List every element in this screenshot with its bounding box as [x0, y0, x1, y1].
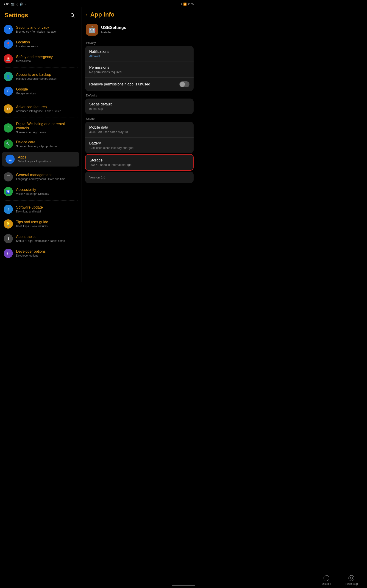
sidebar-item-device-care[interactable]: 🔧 Device care Storage • Memory • App pro… — [0, 137, 81, 151]
settings-item-text-accessibility: Accessibility Vision • Hearing • Dexteri… — [16, 188, 77, 195]
settings-icon-general: ☰ — [4, 172, 13, 182]
settings-item-text-accounts: Accounts and backup Manage accounts • Sm… — [16, 73, 77, 80]
sidebar-item-about[interactable]: ℹ About tablet Status • Legal informatio… — [0, 231, 81, 246]
app-identity-row: 🤖 USBSettings Installed — [85, 22, 194, 39]
sidebar-item-location[interactable]: 📍 Location Location requests — [0, 37, 81, 52]
sidebar-item-accessibility[interactable]: ♿ Accessibility Vision • Hearing • Dexte… — [0, 184, 81, 199]
settings-item-title-accounts: Accounts and backup — [16, 73, 77, 77]
mobile-data-item[interactable]: Mobile data 46.87 MB used since May 10 — [85, 122, 194, 137]
set-as-default-subtitle: In this app — [89, 107, 190, 111]
sidebar-item-developer[interactable]: {} Developer options Developer options — [0, 246, 81, 261]
battery-item[interactable]: Battery 13% used since last fully charge… — [85, 137, 194, 153]
settings-item-title-about: About tablet — [16, 235, 77, 239]
permissions-subtitle: No permissions required — [89, 70, 190, 74]
defaults-card: Set as default In this app — [85, 99, 194, 114]
sidebar-item-safety[interactable]: 🚨 Safety and emergency Medical info — [0, 52, 81, 66]
settings-item-subtitle-device-care: Storage • Memory • App protection — [16, 145, 77, 148]
settings-item-text-wellbeing: Digital Wellbeing and parental controls … — [16, 122, 77, 134]
back-button[interactable]: ‹ — [86, 12, 88, 17]
sidebar-item-general[interactable]: ☰ General management Language and keyboa… — [0, 170, 81, 184]
settings-item-title-wellbeing: Digital Wellbeing and parental controls — [16, 122, 77, 130]
settings-item-title-location: Location — [16, 40, 77, 44]
settings-item-subtitle-tips: Useful tips • New features — [16, 225, 77, 228]
settings-item-title-advanced: Advanced features — [16, 105, 77, 109]
status-bar: 2:03 📷 ◁ 🔊 • / 📶 26% — [0, 0, 197, 7]
sidebar-item-apps[interactable]: ⚏ Apps Default apps • App settings — [2, 152, 79, 166]
settings-item-subtitle-wellbeing: Screen time • App timers — [16, 131, 77, 134]
defaults-section-label: Defaults — [85, 92, 194, 99]
svg-point-0 — [71, 14, 74, 17]
settings-item-text-advanced: Advanced features Advanced intelligence … — [16, 105, 77, 113]
settings-item-subtitle-advanced: Advanced intelligence • Labs • S Pen — [16, 110, 77, 113]
edit-icon: / — [181, 2, 182, 6]
divider-after-accessibility — [4, 200, 77, 200]
set-as-default-item[interactable]: Set as default In this app — [85, 99, 194, 114]
settings-icon-software-update: ↑ — [4, 205, 13, 214]
privacy-card: Notifications Allowed Permissions No per… — [85, 46, 194, 91]
settings-item-text-tips: Tips and user guide Useful tips • New fe… — [16, 220, 77, 228]
settings-icon-safety: 🚨 — [4, 54, 13, 63]
signal-icon: ◁ — [16, 2, 18, 6]
settings-icon-location: 📍 — [4, 40, 13, 49]
wifi-icon: 📶 — [183, 2, 187, 6]
usage-card: Mobile data 46.87 MB used since May 10 B… — [85, 122, 194, 153]
permissions-title: Permissions — [89, 65, 190, 69]
battery-subtitle: 13% used since last fully charged — [89, 146, 190, 149]
settings-item-text-google: Google Google services — [16, 87, 77, 95]
version-text: Version 1.0 — [89, 175, 105, 179]
settings-item-text-about: About tablet Status • Legal information … — [16, 235, 77, 242]
settings-icon-apps: ⚏ — [6, 155, 15, 164]
settings-icon-advanced: ⚙ — [4, 104, 13, 113]
storage-title: Storage — [90, 158, 189, 162]
settings-item-text-device-care: Device care Storage • Memory • App prote… — [16, 140, 77, 148]
main-layout: Settings 🛡 Security and privacy Biometri… — [0, 7, 197, 282]
settings-item-title-accessibility: Accessibility — [16, 188, 77, 192]
battery-level: 26% — [188, 2, 194, 6]
storage-subtitle: 200 KB used in Internal storage — [90, 163, 189, 166]
remove-permissions-label: Remove permissions if app is unused — [89, 82, 150, 86]
app-info-header: ‹ App info — [85, 7, 194, 22]
sidebar-item-security[interactable]: 🛡 Security and privacy Biometrics • Perm… — [0, 22, 81, 37]
settings-icon-developer: {} — [4, 249, 13, 258]
remove-permissions-toggle[interactable] — [179, 81, 190, 87]
search-button[interactable] — [68, 11, 77, 19]
settings-item-text-safety: Safety and emergency Medical info — [16, 55, 77, 63]
settings-item-subtitle-safety: Medical info — [16, 60, 77, 63]
sidebar-item-wellbeing[interactable]: ⏱ Digital Wellbeing and parental control… — [0, 119, 81, 137]
settings-item-subtitle-apps: Default apps • App settings — [18, 160, 76, 163]
settings-item-subtitle-software-update: Download and install — [16, 210, 77, 213]
settings-item-title-tips: Tips and user guide — [16, 220, 77, 224]
time: 2:03 — [4, 2, 9, 6]
sidebar-item-accounts[interactable]: 👤 Accounts and backup Manage accounts • … — [0, 69, 81, 84]
sidebar-item-advanced[interactable]: ⚙ Advanced features Advanced intelligenc… — [0, 102, 81, 116]
settings-icon-device-care: 🔧 — [4, 139, 13, 149]
settings-item-subtitle-google: Google services — [16, 92, 77, 95]
version-card: Version 1.0 — [85, 172, 194, 183]
settings-item-title-google: Google — [16, 87, 77, 91]
settings-icon-about: ℹ — [4, 234, 13, 243]
divider-after-safety — [4, 68, 77, 68]
divider-after-apps — [4, 168, 77, 168]
settings-item-subtitle-about: Status • Legal information • Tablet name — [16, 239, 77, 242]
permissions-item[interactable]: Permissions No permissions required — [85, 61, 194, 78]
usage-section-label: Usage — [85, 115, 194, 122]
settings-item-title-general: General management — [16, 173, 77, 177]
remove-permissions-item[interactable]: Remove permissions if app is unused — [85, 78, 194, 91]
settings-panel: Settings 🛡 Security and privacy Biometri… — [0, 7, 81, 282]
settings-item-title-safety: Safety and emergency — [16, 55, 77, 59]
dot-icon: • — [25, 2, 26, 6]
settings-item-subtitle-general: Language and keyboard • Date and time — [16, 178, 77, 181]
notifications-item[interactable]: Notifications Allowed — [85, 46, 194, 61]
storage-item[interactable]: Storage 200 KB used in Internal storage — [85, 155, 193, 170]
mobile-data-title: Mobile data — [89, 125, 190, 130]
mobile-data-subtitle: 46.87 MB used since May 10 — [89, 130, 190, 134]
storage-card[interactable]: Storage 200 KB used in Internal storage — [85, 154, 194, 171]
settings-item-subtitle-security: Biometrics • Permission manager — [16, 30, 77, 33]
settings-item-subtitle-developer: Developer options — [16, 254, 77, 257]
sidebar-item-software-update[interactable]: ↑ Software update Download and install — [0, 202, 81, 216]
notifications-subtitle: Allowed — [89, 54, 190, 58]
sidebar-item-tips[interactable]: 💡 Tips and user guide Useful tips • New … — [0, 216, 81, 231]
sidebar-item-google[interactable]: G Google Google services — [0, 84, 81, 99]
divider-after-google — [4, 100, 77, 100]
settings-header: Settings — [0, 7, 81, 22]
